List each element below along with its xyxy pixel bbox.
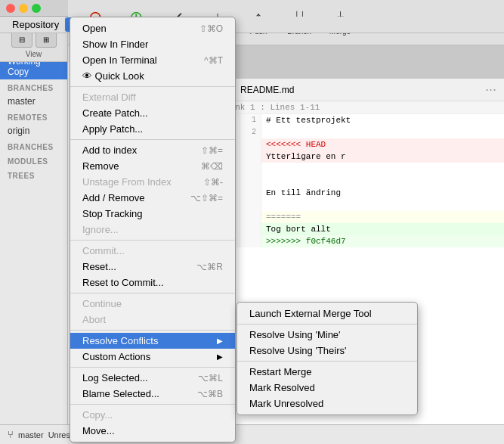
menu-item-unstage: Unstage From Index ⇧⌘-	[70, 174, 235, 190]
menu-item-add-remove-label: Add / Remove	[82, 192, 144, 203]
menu-item-create-patch[interactable]: Create Patch...	[70, 105, 235, 121]
menu-item-open-in-terminal-shortcut: ^⌘T	[204, 55, 223, 66]
menu-overlay: Open ⇧⌘O Show In Finder Open In Terminal…	[0, 0, 504, 444]
menu-item-reset[interactable]: Reset... ⌥⌘R	[70, 259, 235, 275]
menu-item-reset-to-commit[interactable]: Reset to Commit...	[70, 275, 235, 290]
menu-separator-2	[70, 139, 235, 140]
submenu-item-restart-merge-label: Restart Merge	[249, 366, 311, 377]
menu-item-reset-label: Reset...	[82, 261, 116, 272]
submenu-item-resolve-mine-label: Resolve Using 'Mine'	[249, 329, 341, 340]
menu-item-resolve-conflicts[interactable]: Resolve Conflicts ▶	[70, 333, 235, 349]
menu-item-commit: Commit...	[70, 243, 235, 259]
submenu-item-mark-unresolved-label: Mark Unresolved	[249, 398, 323, 409]
menu-item-reset-to-commit-label: Reset to Commit...	[82, 277, 164, 288]
menu-item-copy: Copy...	[70, 407, 235, 423]
menu-item-stop-tracking-label: Stop Tracking	[82, 208, 143, 219]
menu-item-external-diff-label: External Diff	[82, 92, 136, 103]
menu-item-open-in-terminal[interactable]: Open In Terminal ^⌘T	[70, 52, 235, 68]
menu-item-quick-look[interactable]: 👁 Quick Look	[70, 68, 235, 84]
menu-item-quick-look-label: 👁 Quick Look	[82, 70, 144, 82]
menu-item-blame-selected-shortcut: ⌥⌘B	[197, 389, 223, 399]
menu-item-log-selected[interactable]: Log Selected... ⌥⌘L	[70, 370, 235, 386]
menu-separator-7	[70, 404, 235, 405]
menu-item-move-label: Move...	[82, 425, 115, 436]
menu-item-move[interactable]: Move...	[70, 423, 235, 439]
submenu-item-mark-unresolved[interactable]: Mark Unresolved	[237, 396, 417, 411]
menu-item-show-in-finder[interactable]: Show In Finder	[70, 36, 235, 52]
resolve-conflicts-submenu: Launch External Merge Tool Resolve Using…	[237, 302, 418, 415]
menu-item-external-diff: External Diff	[70, 89, 235, 105]
menu-item-remove-label: Remove	[82, 160, 119, 172]
menu-item-ignore-label: Ignore...	[82, 224, 119, 235]
menu-item-custom-actions[interactable]: Custom Actions ▶	[70, 349, 235, 365]
menu-separator-3	[70, 240, 235, 241]
custom-actions-arrow-icon: ▶	[217, 352, 223, 361]
menu-item-stop-tracking[interactable]: Stop Tracking	[70, 206, 235, 222]
resolve-conflicts-arrow-icon: ▶	[217, 337, 223, 345]
actions-dropdown-menu: Open ⇧⌘O Show In Finder Open In Terminal…	[70, 17, 236, 442]
menu-item-open-shortcut: ⇧⌘O	[199, 23, 223, 34]
submenu-item-mark-resolved-label: Mark Resolved	[249, 382, 315, 393]
menu-item-unstage-shortcut: ⇧⌘-	[203, 177, 223, 188]
menu-item-blame-selected[interactable]: Blame Selected... ⌥⌘B	[70, 386, 235, 402]
menu-item-add-remove[interactable]: Add / Remove ⌥⇧⌘=	[70, 190, 235, 206]
menu-item-open[interactable]: Open ⇧⌘O	[70, 20, 235, 36]
menu-item-log-selected-label: Log Selected...	[82, 372, 148, 383]
menu-item-commit-label: Commit...	[82, 245, 125, 256]
submenu-item-resolve-mine[interactable]: Resolve Using 'Mine'	[237, 327, 417, 343]
menu-item-add-to-index[interactable]: Add to index ⇧⌘=	[70, 142, 235, 158]
menu-separator-4	[70, 293, 235, 293]
submenu-item-resolve-theirs-label: Resolve Using 'Theirs'	[249, 345, 347, 356]
submenu-item-resolve-theirs[interactable]: Resolve Using 'Theirs'	[237, 343, 417, 359]
menu-item-add-remove-shortcut: ⌥⇧⌘=	[190, 193, 223, 203]
menu-item-open-in-terminal-label: Open In Terminal	[82, 54, 157, 66]
menu-item-remove[interactable]: Remove ⌘⌫	[70, 158, 235, 174]
menu-item-blame-selected-label: Blame Selected...	[82, 388, 159, 399]
menu-item-apply-patch-label: Apply Patch...	[82, 123, 143, 135]
submenu-separator-2	[237, 361, 417, 362]
menu-separator-5	[70, 330, 235, 331]
menu-separator-6	[70, 367, 235, 368]
menu-item-reset-shortcut: ⌥⌘R	[196, 262, 223, 272]
submenu-separator-1	[237, 324, 417, 324]
menu-item-apply-patch[interactable]: Apply Patch...	[70, 121, 235, 137]
menu-item-open-label: Open	[82, 23, 107, 34]
submenu-item-launch-external-merge[interactable]: Launch External Merge Tool	[237, 306, 417, 321]
menu-item-copy-label: Copy...	[82, 409, 113, 421]
menu-item-log-selected-shortcut: ⌥⌘L	[198, 373, 223, 383]
menu-item-add-to-index-shortcut: ⇧⌘=	[201, 145, 223, 156]
submenu-item-mark-resolved[interactable]: Mark Resolved	[237, 380, 417, 396]
menu-item-unstage-label: Unstage From Index	[82, 176, 172, 188]
menu-separator	[70, 86, 235, 87]
menu-item-create-patch-label: Create Patch...	[82, 107, 148, 119]
menu-item-show-in-finder-label: Show In Finder	[82, 39, 148, 50]
menu-item-continue-label: Continue	[82, 298, 122, 309]
menu-item-resolve-conflicts-label: Resolve Conflicts	[82, 335, 158, 346]
menu-item-ignore: Ignore...	[70, 222, 235, 238]
menu-item-custom-actions-label: Custom Actions	[82, 351, 150, 362]
submenu-item-launch-external-merge-label: Launch External Merge Tool	[249, 308, 372, 319]
menu-item-remove-shortcut: ⌘⌫	[201, 161, 223, 172]
menu-item-abort: Abort	[70, 312, 235, 328]
menu-item-continue: Continue	[70, 296, 235, 312]
menu-item-add-to-index-label: Add to index	[82, 144, 137, 156]
submenu-item-restart-merge[interactable]: Restart Merge	[237, 364, 417, 380]
menu-item-abort-label: Abort	[82, 314, 106, 325]
